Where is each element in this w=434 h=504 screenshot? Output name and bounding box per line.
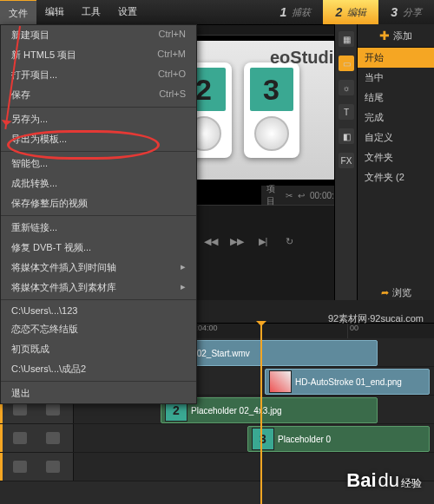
library-item-当中[interactable]: 当中 <box>358 68 434 88</box>
library-item-自定义[interactable]: 自定义 <box>358 128 434 147</box>
clip-label: Placeholder 02_4x3.jpg <box>191 406 282 416</box>
side-toolstrip: ▦▭☼T◧FX <box>334 24 358 304</box>
menuitem-将媒体文件插入到时间轴[interactable]: 将媒体文件插入到时间轴▸ <box>1 258 196 278</box>
menuitem-新建项目[interactable]: 新建项目Ctrl+N <box>1 25 196 45</box>
library-panel: ✚添加 开始当中结尾完成自定义文件夹文件夹 (2 浏览 <box>357 24 434 304</box>
menu-工具[interactable]: 工具 <box>73 0 109 25</box>
wm-bold: Bai <box>346 469 376 492</box>
add-label: 添加 <box>393 29 412 43</box>
mode-tabs: 1捕获2编辑3分享 <box>268 0 434 24</box>
tool-icon-0[interactable]: ▦ <box>339 31 354 47</box>
tab-捕获[interactable]: 1捕获 <box>268 0 324 24</box>
rewind-button[interactable]: ◀◀ <box>203 233 219 249</box>
mode-label[interactable]: 项目 <box>266 183 275 207</box>
menu-设置[interactable]: 设置 <box>109 0 146 25</box>
menuitem-初页既成[interactable]: 初页既成 <box>1 339 196 359</box>
library-item-结尾[interactable]: 结尾 <box>358 88 434 108</box>
wm-sub: 经验 <box>401 476 422 491</box>
preview-digit-2: 3 <box>250 68 293 111</box>
ruler-tick: 00 <box>347 324 434 339</box>
menuitem-打开项目...[interactable]: 打开项目...Ctrl+O <box>1 65 196 85</box>
watermark-baidu: Baidu经验 <box>346 469 422 492</box>
menuitem-保存修整后的视频[interactable]: 保存修整后的视频 <box>1 193 196 213</box>
preview-device-2: 3 <box>244 62 299 158</box>
menu-文件[interactable]: 文件 <box>0 0 36 25</box>
menuitem-恋恋不忘终结版[interactable]: 恋恋不忘终结版 <box>1 319 196 339</box>
track-head-3[interactable] <box>0 424 74 452</box>
add-button[interactable]: ✚添加 <box>358 24 434 48</box>
menubar: 文件编辑工具设置 1捕获2编辑3分享 <box>0 0 434 25</box>
menu-编辑[interactable]: 编辑 <box>36 0 73 25</box>
menuitem-智能包...[interactable]: 智能包... <box>1 154 196 173</box>
browse-button[interactable]: 浏览 <box>358 286 434 299</box>
library-item-完成[interactable]: 完成 <box>358 108 434 128</box>
track-head-4[interactable] <box>0 453 74 481</box>
clip-label: HD-AutoStroke 01_end.png <box>295 377 402 387</box>
library-item-文件夹[interactable]: 文件夹 <box>358 147 434 167</box>
watermark-top: 92素材网·92sucai.com <box>328 312 424 325</box>
library-item-开始[interactable]: 开始 <box>358 48 434 68</box>
menuitem-成批转换...[interactable]: 成批转换... <box>1 173 196 193</box>
undo-icon[interactable]: ↩ <box>298 191 305 200</box>
clip[interactable]: 3Placeholder 0 <box>247 426 430 452</box>
track-3: 3Placeholder 0 <box>0 424 434 453</box>
menuitem-修复 DVB-T 视频...[interactable]: 修复 DVB-T 视频... <box>1 238 196 258</box>
menuitem-导出为模板...[interactable]: 导出为模板... <box>1 129 196 149</box>
library-item-文件夹 (2[interactable]: 文件夹 (2 <box>358 167 434 187</box>
wm-rest: du <box>378 469 399 492</box>
tool-icon-3[interactable]: T <box>339 104 354 120</box>
tab-分享[interactable]: 3分享 <box>378 0 434 24</box>
menuitem-重新链接...[interactable]: 重新链接... <box>1 218 196 238</box>
next-button[interactable]: ▶| <box>255 233 271 249</box>
menuitem-将媒体文件插入到素材库[interactable]: 将媒体文件插入到素材库▸ <box>1 278 196 298</box>
playhead[interactable] <box>260 323 262 504</box>
file-menu-dropdown: 新建项目Ctrl+N新 HTML5 项目Ctrl+M打开项目...Ctrl+O保… <box>0 24 197 404</box>
wheel-icon <box>254 116 289 151</box>
tool-icon-4[interactable]: ◧ <box>339 128 354 144</box>
forward-button[interactable]: ▶▶ <box>229 233 245 249</box>
menuitem-退出[interactable]: 退出 <box>1 383 196 403</box>
tool-icon-1[interactable]: ▭ <box>339 56 354 71</box>
tool-icon-5[interactable]: FX <box>339 153 354 168</box>
tab-编辑[interactable]: 2编辑 <box>323 0 378 24</box>
cut-icon[interactable]: ✂ <box>286 191 293 200</box>
browse-label: 浏览 <box>392 286 411 299</box>
loop-button[interactable]: ↻ <box>281 233 297 249</box>
ruler-tick <box>260 324 347 339</box>
preview-statusbar: 项目 ✂ ↩ 00:00:00:09 ▦ <box>261 186 344 205</box>
app-logo-text: eoStudio <box>270 48 345 68</box>
clip-label: Placeholder 0 <box>278 435 331 444</box>
menuitem-保存[interactable]: 保存Ctrl+S <box>1 85 196 105</box>
menuitem-新 HTML5 项目[interactable]: 新 HTML5 项目Ctrl+M <box>1 45 196 65</box>
menuitem-另存为...[interactable]: 另存为... <box>1 109 196 129</box>
track-body-3[interactable]: 3Placeholder 0 <box>74 424 434 452</box>
tool-icon-2[interactable]: ☼ <box>339 80 354 95</box>
menuitem-C:\Users\...\成品2[interactable]: C:\Users\...\成品2 <box>1 359 196 379</box>
menuitem-C:\Users\...\123[interactable]: C:\Users\...\123 <box>1 302 196 319</box>
clip[interactable]: HD-AutoStroke 01_end.png <box>265 369 430 395</box>
